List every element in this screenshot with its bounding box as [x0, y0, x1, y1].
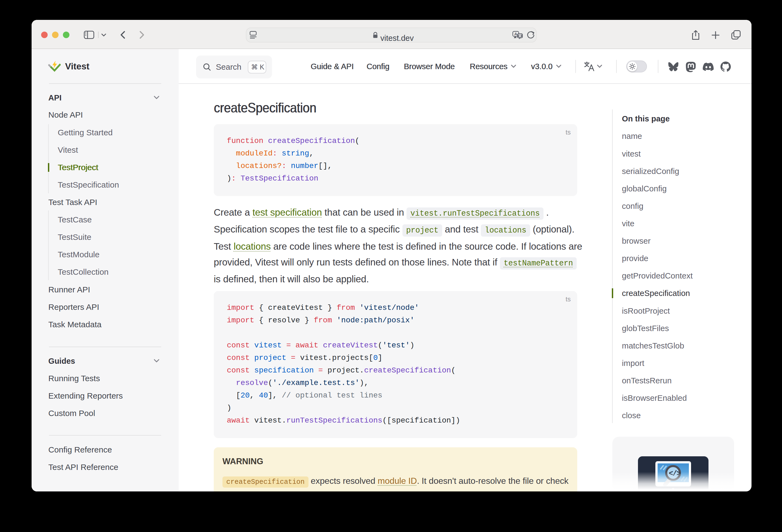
svg-text:A: A [514, 32, 517, 36]
